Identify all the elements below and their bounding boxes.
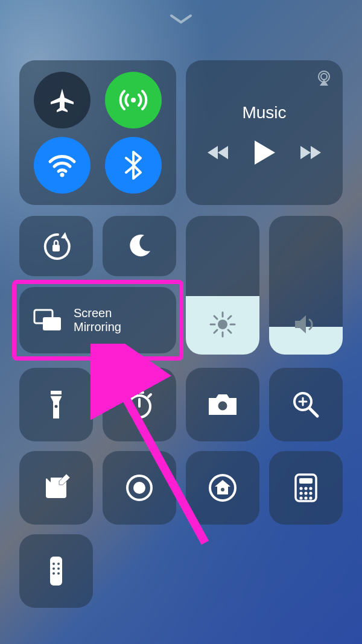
airplane-icon <box>48 86 76 114</box>
svg-rect-16 <box>51 394 62 396</box>
timer-icon <box>124 390 154 420</box>
svg-rect-44 <box>50 557 62 586</box>
svg-point-42 <box>304 496 307 499</box>
calculator-button[interactable] <box>269 451 343 525</box>
cellular-icon <box>118 85 148 115</box>
svg-point-30 <box>133 482 145 494</box>
screen-mirroring-label: Screen Mirroring <box>74 306 121 334</box>
next-track-button[interactable] <box>298 145 321 160</box>
home-icon <box>208 473 238 503</box>
notes-icon <box>42 474 70 502</box>
flashlight-icon <box>46 388 66 421</box>
svg-point-7 <box>218 320 227 329</box>
svg-point-48 <box>57 567 60 570</box>
screen-mirroring-button[interactable]: Screen Mirroring <box>19 287 176 353</box>
flashlight-button[interactable] <box>19 368 93 441</box>
remote-icon <box>48 555 64 587</box>
svg-point-50 <box>57 572 60 575</box>
volume-slider[interactable] <box>269 216 343 355</box>
control-center: Music <box>0 0 362 644</box>
camera-icon <box>206 392 239 417</box>
record-icon <box>125 473 154 502</box>
screen-mirroring-icon <box>33 308 63 332</box>
brightness-icon <box>209 311 236 338</box>
svg-point-43 <box>309 496 312 499</box>
svg-point-36 <box>304 487 307 490</box>
svg-line-21 <box>148 394 151 397</box>
notes-button[interactable] <box>19 451 93 525</box>
orientation-lock-icon <box>40 230 72 262</box>
music-card[interactable]: Music <box>186 60 343 205</box>
play-button[interactable] <box>252 139 276 166</box>
camera-button[interactable] <box>186 368 259 441</box>
svg-line-13 <box>228 330 231 333</box>
magnifier-button[interactable] <box>269 368 343 441</box>
calculator-icon <box>294 473 318 503</box>
svg-point-0 <box>131 98 136 103</box>
wifi-icon <box>46 150 78 181</box>
svg-rect-6 <box>43 317 61 330</box>
svg-point-17 <box>55 405 58 408</box>
svg-line-14 <box>228 316 231 319</box>
svg-rect-34 <box>299 478 313 484</box>
music-title: Music <box>242 103 286 122</box>
brightness-slider[interactable] <box>186 216 259 355</box>
svg-line-15 <box>214 330 217 333</box>
svg-point-32 <box>221 488 224 491</box>
airplay-icon[interactable] <box>315 69 333 87</box>
svg-point-39 <box>304 491 307 494</box>
volume-icon <box>293 311 319 338</box>
svg-rect-4 <box>52 245 60 251</box>
svg-point-40 <box>309 491 312 494</box>
music-controls <box>208 139 321 166</box>
previous-track-button[interactable] <box>208 145 230 160</box>
chevron-down-icon[interactable] <box>170 13 192 25</box>
airplane-mode-toggle[interactable] <box>34 72 91 128</box>
svg-point-46 <box>57 563 60 565</box>
bluetooth-icon <box>121 151 145 180</box>
connectivity-card <box>19 60 176 205</box>
svg-line-12 <box>214 316 217 319</box>
svg-point-37 <box>309 487 312 490</box>
wifi-toggle[interactable] <box>34 137 91 194</box>
cellular-data-toggle[interactable] <box>105 72 162 128</box>
svg-point-49 <box>52 572 55 575</box>
svg-point-45 <box>52 563 55 565</box>
screen-record-button[interactable] <box>103 451 176 525</box>
svg-point-38 <box>299 491 302 494</box>
orientation-lock-toggle[interactable] <box>19 216 93 276</box>
magnifier-icon <box>291 390 321 420</box>
shortcuts-grid <box>19 368 343 608</box>
svg-point-1 <box>60 173 65 177</box>
svg-point-35 <box>299 487 302 490</box>
moon-icon <box>126 233 153 259</box>
svg-point-3 <box>321 74 327 80</box>
svg-point-47 <box>52 567 55 570</box>
remote-button[interactable] <box>19 534 93 608</box>
screen-mirroring-highlight: Screen Mirroring <box>13 281 182 359</box>
bluetooth-toggle[interactable] <box>105 137 162 194</box>
timer-button[interactable] <box>103 368 176 441</box>
home-button[interactable] <box>186 451 259 525</box>
svg-line-25 <box>310 408 317 416</box>
svg-point-41 <box>299 496 302 499</box>
do-not-disturb-toggle[interactable] <box>103 216 176 276</box>
